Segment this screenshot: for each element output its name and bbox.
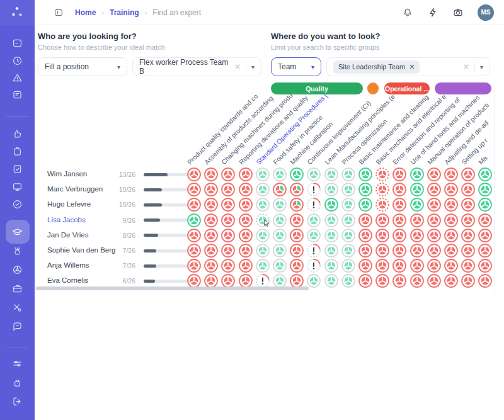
skill-badge-r[interactable] — [290, 259, 304, 273]
skill-badge-r[interactable] — [204, 244, 218, 258]
skill-badge-r[interactable] — [239, 167, 253, 181]
skill-badge-r[interactable] — [204, 167, 218, 181]
skill-badge-r[interactable] — [427, 198, 441, 212]
skill-badge-p[interactable] — [341, 274, 355, 288]
skill-badge-r[interactable] — [461, 259, 475, 273]
skill-badge-r[interactable] — [358, 244, 372, 258]
skill-badge-p[interactable] — [341, 229, 355, 242]
skill-badge-r[interactable] — [221, 183, 235, 196]
skill-badge-r[interactable] — [444, 167, 458, 181]
skill-badge-r[interactable] — [290, 229, 304, 242]
skill-badge-p[interactable] — [273, 213, 287, 227]
skill-badge-d[interactable] — [375, 198, 389, 212]
skill-badge-p[interactable] — [324, 229, 338, 242]
skill-badge-p[interactable] — [256, 229, 270, 242]
sidebar-item-check-circle[interactable] — [6, 192, 30, 216]
skill-badge-m[interactable] — [273, 183, 287, 196]
skill-badge-r[interactable] — [392, 244, 406, 258]
skill-badge-g[interactable] — [478, 167, 492, 181]
skill-badge-r[interactable] — [461, 198, 475, 212]
skill-badge-r[interactable] — [290, 213, 304, 227]
skill-badge-r[interactable] — [375, 229, 389, 242]
skill-badge-r[interactable] — [375, 274, 389, 288]
skill-badge-r[interactable] — [239, 229, 253, 242]
sidebar-item-chat[interactable] — [6, 314, 30, 338]
skill-badge-r[interactable] — [221, 213, 235, 227]
skill-badge-r[interactable] — [221, 229, 235, 242]
skill-badge-w[interactable] — [307, 259, 321, 273]
skill-badge-d[interactable] — [375, 167, 389, 181]
skill-badge-p[interactable] — [256, 244, 270, 258]
skill-badge-r[interactable] — [427, 244, 441, 258]
skill-badge-g[interactable] — [358, 198, 372, 212]
person-name[interactable]: Wim Jansen — [47, 170, 87, 178]
horizontal-scrollbar[interactable] — [36, 287, 309, 290]
skill-badge-r[interactable] — [187, 244, 201, 258]
skill-badge-r[interactable] — [444, 274, 458, 288]
skill-badge-g[interactable] — [290, 167, 304, 181]
app-logo[interactable] — [0, 0, 35, 25]
skill-badge-d[interactable] — [375, 183, 389, 196]
skill-badge-r[interactable] — [478, 274, 492, 288]
skill-badge-r[interactable] — [221, 259, 235, 273]
skill-badge-r[interactable] — [358, 229, 372, 242]
skill-badge-p[interactable] — [341, 198, 355, 212]
skill-badge-r[interactable] — [478, 244, 492, 258]
skill-badge-r[interactable] — [427, 183, 441, 196]
skill-badge-r[interactable] — [221, 244, 235, 258]
skill-badge-r[interactable] — [204, 213, 218, 227]
skill-badge-w[interactable] — [307, 244, 321, 258]
skill-badge-r[interactable] — [187, 229, 201, 242]
skill-badge-p[interactable] — [341, 183, 355, 196]
skill-badge-r[interactable] — [444, 244, 458, 258]
person-name[interactable]: Eva Cornelis — [47, 276, 88, 284]
skill-badge-r[interactable] — [392, 274, 406, 288]
skill-badge-r[interactable] — [444, 183, 458, 196]
skill-badge-r[interactable] — [478, 259, 492, 273]
skill-badge-p[interactable] — [324, 167, 338, 181]
skill-badge-r[interactable] — [204, 229, 218, 242]
skill-badge-r[interactable] — [427, 274, 441, 288]
skill-badge-r[interactable] — [239, 213, 253, 227]
sidebar-item-board[interactable] — [6, 82, 30, 106]
skill-badge-p[interactable] — [307, 229, 321, 242]
skill-badge-r[interactable] — [392, 229, 406, 242]
skill-badge-r[interactable] — [461, 244, 475, 258]
skill-badge-p[interactable] — [324, 244, 338, 258]
skill-badge-p[interactable] — [324, 259, 338, 273]
skill-badge-r[interactable] — [427, 167, 441, 181]
skill-badge-r[interactable] — [461, 167, 475, 181]
skill-badge-m[interactable] — [290, 198, 304, 212]
skill-badge-r[interactable] — [358, 259, 372, 273]
skill-badge-p[interactable] — [256, 167, 270, 181]
skill-badge-r[interactable] — [187, 167, 201, 181]
skill-badge-g[interactable] — [410, 167, 424, 181]
skill-badge-r[interactable] — [461, 229, 475, 242]
sidebar-item-logout[interactable] — [6, 389, 30, 413]
skill-badge-r[interactable] — [444, 213, 458, 227]
skill-badge-p[interactable] — [273, 229, 287, 242]
skill-badge-p[interactable] — [273, 259, 287, 273]
skill-badge-p[interactable] — [256, 183, 270, 196]
skill-badge-r[interactable] — [204, 198, 218, 212]
skill-badge-p[interactable] — [324, 274, 338, 288]
person-name[interactable]: Jan De Vries — [47, 231, 88, 239]
person-name[interactable]: Marc Verbruggen — [47, 185, 103, 193]
skill-badge-r[interactable] — [239, 259, 253, 273]
skill-badge-r[interactable] — [204, 259, 218, 273]
person-name[interactable]: Lisa Jacobs — [47, 216, 86, 224]
skill-badge-r[interactable] — [392, 167, 406, 181]
skill-badge-g[interactable] — [478, 198, 492, 212]
skill-badge-r[interactable] — [427, 259, 441, 273]
skill-badge-r[interactable] — [239, 183, 253, 196]
skill-badge-r[interactable] — [410, 274, 424, 288]
skill-badge-p[interactable] — [307, 213, 321, 227]
skill-badge-r[interactable] — [375, 259, 389, 273]
skill-badge-r[interactable] — [358, 213, 372, 227]
skill-badge-r[interactable] — [358, 274, 372, 288]
skill-badge-r[interactable] — [478, 213, 492, 227]
skill-badge-g[interactable] — [187, 213, 201, 227]
skill-badge-p[interactable] — [341, 167, 355, 181]
skill-badge-p[interactable] — [341, 244, 355, 258]
skill-badge-r[interactable] — [239, 244, 253, 258]
